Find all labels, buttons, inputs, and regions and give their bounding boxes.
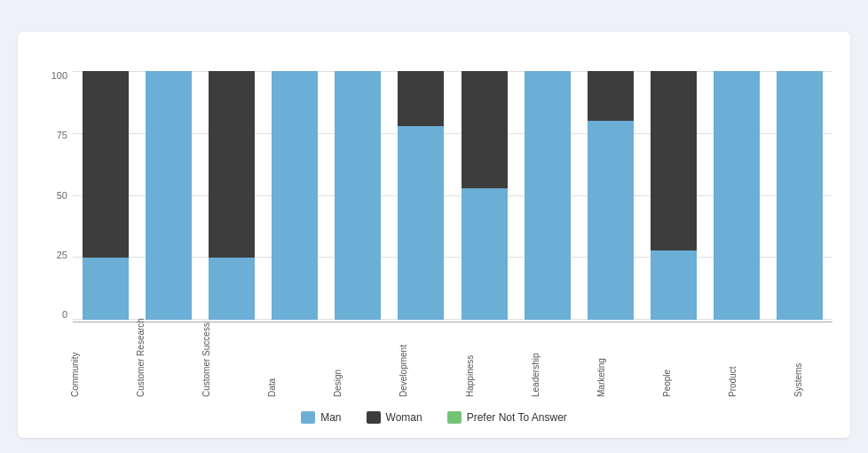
y-tick-75: 75 [41, 131, 73, 140]
bar-woman-people [651, 71, 697, 250]
bar-man-marketing [588, 121, 634, 320]
x-label-wrapper-6: Happiness [441, 326, 498, 397]
chart-inner: 0 25 50 75 100 [41, 71, 832, 397]
x-label-wrapper-1: Customer Research [112, 326, 169, 397]
x-label-wrapper-2: Customer Success [178, 326, 234, 397]
bar-man-happiness [462, 188, 508, 320]
bar-woman-community [83, 71, 129, 258]
legend-label-man: Man [320, 411, 341, 424]
x-label-marketing: Marketing [596, 326, 606, 397]
bar-man-leadership [525, 71, 571, 320]
y-axis: 0 25 50 75 100 [41, 71, 73, 320]
bar-group-people [647, 71, 701, 320]
bars-wrapper [73, 71, 832, 320]
legend-item-man: Man [301, 411, 341, 424]
y-tick-25: 25 [41, 250, 73, 260]
bar-group-customer-success [204, 71, 258, 320]
x-label-systems: Systems [793, 326, 803, 397]
y-tick-100: 100 [41, 71, 73, 81]
x-label-product: Product [728, 326, 738, 397]
x-axis-line [73, 322, 832, 322]
x-label-leadership: Leadership [531, 326, 541, 397]
bar-group-data [268, 71, 322, 320]
x-label-wrapper-4: Design [310, 326, 367, 397]
bar-woman-happiness [462, 71, 508, 188]
chart-plot: 0 25 50 75 100 [41, 71, 832, 320]
bar-woman-marketing [588, 71, 634, 121]
legend-label-woman: Woman [386, 411, 422, 424]
bar-man-design [335, 71, 381, 320]
bar-group-development [394, 71, 448, 320]
bar-man-data [272, 71, 318, 320]
x-label-wrapper-3: Data [244, 326, 301, 397]
bar-group-community [78, 71, 132, 320]
x-label-happiness: Happiness [465, 326, 475, 397]
x-label-design: Design [333, 326, 343, 397]
bar-group-customer-research [141, 71, 195, 320]
x-label-wrapper-10: Product [705, 326, 761, 397]
x-label-wrapper-0: Community [46, 326, 103, 397]
x-label-wrapper-7: Leadership [507, 326, 564, 397]
x-label-customer-research: Customer Research [136, 326, 146, 397]
y-tick-0: 0 [41, 310, 73, 320]
x-label-wrapper-9: People [639, 326, 696, 397]
bar-woman-development [398, 71, 444, 126]
bar-group-leadership [520, 71, 574, 320]
bar-man-development [398, 126, 444, 320]
bars-area [73, 71, 832, 320]
x-label-wrapper-5: Development [375, 326, 432, 397]
x-label-community: Community [70, 326, 80, 397]
bar-man-customer-research [146, 71, 192, 320]
legend-swatch-woman [367, 411, 381, 424]
bar-woman-customer-success [209, 71, 255, 258]
chart-area: 0 25 50 75 100 [36, 71, 832, 397]
x-label-wrapper-11: Systems [770, 326, 827, 397]
legend-item-woman: Woman [367, 411, 422, 424]
x-label-development: Development [398, 326, 408, 397]
bar-group-systems [773, 71, 827, 320]
bar-man-community [83, 258, 129, 320]
x-label-wrapper-8: Marketing [572, 326, 629, 397]
bar-man-people [651, 250, 697, 320]
chart-container: 0 25 50 75 100 [18, 32, 850, 438]
bar-group-happiness [457, 71, 511, 320]
legend-swatch-man [301, 411, 315, 424]
bar-group-product [710, 71, 764, 320]
legend: ManWomanPrefer Not To Answer [36, 404, 832, 424]
bar-group-design [331, 71, 385, 320]
x-label-people: People [662, 326, 672, 397]
legend-item-prefer: Prefer Not To Answer [447, 411, 567, 424]
bar-man-product [714, 71, 760, 320]
bar-man-systems [777, 71, 823, 320]
bar-group-marketing [583, 71, 637, 320]
legend-label-prefer: Prefer Not To Answer [467, 411, 567, 424]
y-tick-50: 50 [41, 191, 73, 201]
x-label-customer-success: Customer Success [201, 326, 211, 397]
x-axis: CommunityCustomer ResearchCustomer Succe… [41, 326, 832, 397]
legend-swatch-prefer [447, 411, 462, 424]
x-label-data: Data [267, 326, 277, 397]
bar-man-customer-success [209, 258, 255, 320]
